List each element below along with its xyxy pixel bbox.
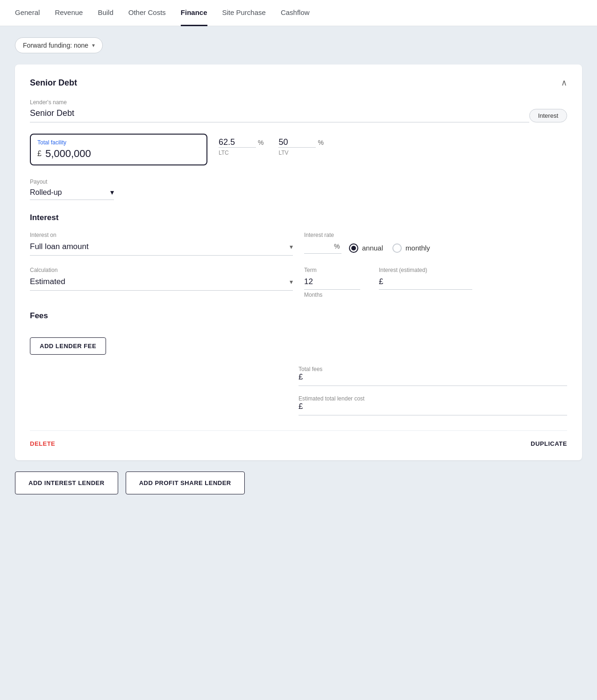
payout-select[interactable]: Rolled-up ▾ [30, 188, 114, 200]
calculation-value: Estimated [30, 277, 65, 286]
interest-rate-field: Interest rate % annual [304, 232, 567, 256]
nav-build[interactable]: Build [98, 0, 113, 26]
interest-rate-pct: % [334, 243, 340, 250]
interest-on-select[interactable]: Full loan amount ▾ [30, 242, 293, 256]
add-lender-fee-button[interactable]: ADD LENDER FEE [30, 337, 106, 355]
total-fees-label: Total fees [298, 366, 567, 372]
monthly-radio-circle [392, 243, 402, 253]
calculation-label: Calculation [30, 267, 293, 273]
delete-button[interactable]: DELETE [30, 440, 55, 447]
annual-radio-label: annual [362, 244, 383, 252]
forward-funding-label: Forward funding: none [23, 42, 88, 49]
interest-on-field: Interest on Full loan amount ▾ [30, 232, 293, 256]
nav-revenue[interactable]: Revenue [55, 0, 83, 26]
nav-site-purchase[interactable]: Site Purchase [222, 0, 266, 26]
calculation-select[interactable]: Estimated ▾ [30, 277, 293, 291]
payout-value: Rolled-up [30, 188, 62, 197]
duplicate-button[interactable]: DUPLICATE [531, 440, 567, 447]
facility-row: Total facility £ 62.5 % LTC 50 [30, 134, 567, 165]
term-field: Term 12 Months [304, 267, 360, 298]
total-fees-item: Total fees £ [298, 366, 567, 386]
total-facility-input[interactable] [45, 148, 139, 160]
ltc-pct: % [258, 139, 263, 146]
interest-rate-input-wrapper: % [304, 242, 341, 254]
total-facility-currency: £ [37, 150, 42, 158]
estimated-total-currency: £ [298, 402, 303, 411]
ltv-item: 50 % LTV [278, 137, 323, 156]
term-value-text: 12 [304, 277, 313, 286]
monthly-radio[interactable]: monthly [392, 243, 430, 253]
estimated-total-label: Estimated total lender cost [298, 395, 567, 402]
nav-finance[interactable]: Finance [181, 0, 207, 26]
calculation-field: Calculation Estimated ▾ [30, 267, 293, 298]
nav-other-costs[interactable]: Other Costs [128, 0, 166, 26]
lender-name-value[interactable]: Senior Debt [30, 108, 529, 122]
term-input[interactable]: 12 [304, 277, 360, 290]
term-estimated-section: Term 12 Months Interest (estimated) £ [304, 267, 567, 298]
totals-section: Total fees £ Estimated total lender cost… [30, 366, 567, 415]
estimated-total-item: Estimated total lender cost £ [298, 395, 567, 415]
bottom-actions: ADD INTEREST LENDER ADD PROFIT SHARE LEN… [15, 471, 582, 494]
interest-heading: Interest [30, 213, 567, 222]
interest-button[interactable]: Interest [529, 109, 567, 122]
forward-funding-dropdown[interactable]: Forward funding: none ▾ [15, 37, 103, 53]
interest-estimated-field: Interest (estimated) £ [379, 267, 472, 290]
lender-name-row: Lender's name Senior Debt Interest [30, 99, 567, 122]
ltv-pct: % [318, 139, 323, 146]
annual-radio-circle [349, 243, 358, 253]
fees-heading: Fees [30, 311, 567, 321]
payout-label: Payout [30, 179, 567, 185]
interest-on-chevron-icon: ▾ [290, 243, 293, 250]
total-facility-label: Total facility [37, 139, 200, 146]
ltc-label: LTC [219, 150, 263, 156]
term-sublabel: Months [304, 292, 360, 298]
card-header: Senior Debt ∧ [30, 78, 567, 88]
fees-section: Fees ADD LENDER FEE [30, 311, 567, 355]
interest-on-label: Interest on [30, 232, 293, 238]
estimated-total-value: £ [298, 402, 567, 411]
interest-rate-input[interactable] [304, 242, 332, 250]
nav-cashflow[interactable]: Cashflow [281, 0, 310, 26]
ltv-value[interactable]: 50 [278, 137, 316, 148]
interest-on-value: Full loan amount [30, 242, 89, 251]
ltc-item: 62.5 % LTC [219, 137, 263, 156]
interest-fields-row: Interest on Full loan amount ▾ Interest … [30, 232, 567, 256]
lender-name-section: Lender's name Senior Debt [30, 99, 529, 122]
total-fees-currency: £ [298, 372, 303, 382]
interest-estimated-value: £ [379, 277, 472, 290]
term-estimated-row: Term 12 Months Interest (estimated) £ [304, 267, 567, 298]
payout-section: Payout Rolled-up ▾ [30, 179, 567, 200]
senior-debt-card: Senior Debt ∧ Lender's name Senior Debt … [15, 64, 582, 460]
total-facility-input-row: £ [37, 148, 200, 160]
page-body: Forward funding: none ▾ Senior Debt ∧ Le… [0, 26, 597, 506]
card-footer: DELETE DUPLICATE [30, 430, 567, 447]
total-facility-box: Total facility £ [30, 134, 207, 165]
collapse-icon[interactable]: ∧ [561, 78, 567, 88]
chevron-down-icon: ▾ [92, 42, 95, 49]
interest-estimated-currency: £ [379, 277, 383, 286]
ltc-ltv-section: 62.5 % LTC 50 % LTV [219, 134, 324, 156]
calculation-chevron-icon: ▾ [290, 278, 293, 286]
interest-estimated-label: Interest (estimated) [379, 267, 472, 273]
ltv-label: LTV [278, 150, 323, 156]
interest-rate-row: % annual monthly [304, 242, 567, 254]
monthly-radio-label: monthly [405, 244, 430, 252]
nav-general[interactable]: General [15, 0, 40, 26]
term-label: Term [304, 267, 360, 273]
interest-rate-label: Interest rate [304, 232, 567, 238]
annual-radio[interactable]: annual [349, 243, 383, 253]
card-title: Senior Debt [30, 78, 77, 88]
frequency-radio-group: annual monthly [349, 243, 430, 253]
calculation-term-row: Calculation Estimated ▾ Term 12 Months [30, 267, 567, 298]
add-profit-share-lender-button[interactable]: ADD PROFIT SHARE LENDER [126, 471, 245, 494]
ltc-value[interactable]: 62.5 [219, 137, 256, 148]
total-fees-value: £ [298, 372, 567, 382]
payout-chevron-icon: ▾ [110, 188, 114, 197]
lender-name-label: Lender's name [30, 99, 529, 106]
add-interest-lender-button[interactable]: ADD INTEREST LENDER [15, 471, 118, 494]
top-navigation: General Revenue Build Other Costs Financ… [0, 0, 597, 26]
